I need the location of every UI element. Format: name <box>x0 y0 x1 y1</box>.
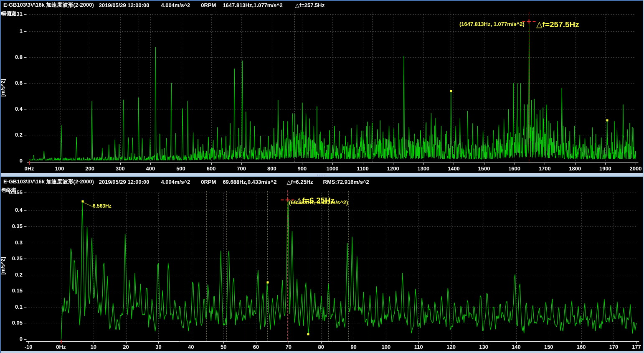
rpm-value: 0RPM <box>201 179 216 185</box>
x-tick-label: 700 <box>230 165 253 172</box>
x-tick-label: 40 <box>179 344 203 350</box>
y-tick-label: 0.8 <box>0 54 23 60</box>
x-tick-label: 90 <box>342 344 365 350</box>
top-chart-header: E-GB103\3V\16k 加速度波形(2-2000) 2019/05/29 … <box>3 1 325 9</box>
x-tick-label: 600 <box>200 165 223 172</box>
x-tick-label: 400 <box>139 165 162 172</box>
x-tick-label: 100 <box>48 165 71 172</box>
x-tick-label: 150 <box>537 344 560 350</box>
y-tick-label: 0.3 <box>0 239 23 246</box>
y-tick-label: 0.35 <box>0 223 23 229</box>
app-window: E-GB103\3V\16k 加速度波形(2-2000) 2019/05/29 … <box>0 0 644 353</box>
delta-f-readout: △f=257.5Hz <box>295 2 325 8</box>
splitter-handle-dots <box>317 175 318 175</box>
overall-amplitude: 4.004m/s^2 <box>161 179 190 185</box>
x-tick-label: 200 <box>78 165 101 172</box>
x-tick-label: 80 <box>309 344 333 350</box>
x-tick-label: 50 <box>212 344 235 350</box>
x-tick-label: 30 <box>147 344 170 350</box>
x-tick-label: 800 <box>260 165 284 172</box>
x-tick-label: 900 <box>290 165 314 172</box>
x-tick-label: 110 <box>407 344 430 350</box>
y-tick-label: 0.4 <box>0 106 23 112</box>
y-tick-label: 0 <box>0 157 23 164</box>
x-tick-label: 1500 <box>472 165 496 172</box>
overall-amplitude: 4.004m/s^2 <box>161 2 190 8</box>
y-tick-label: 0.4 <box>0 207 23 213</box>
x-tick-label: 140 <box>505 344 528 350</box>
y-tick-label: 1 <box>0 28 23 34</box>
y-tick-label: 0.455 <box>0 189 23 196</box>
window-left-edge <box>0 0 1 353</box>
x-tick-label: 1200 <box>381 165 405 172</box>
bottom-chart-header: E-GB103\3V\16k 加速度波形(2-2000) 2019/05/29 … <box>3 178 369 186</box>
x-tick-label: 0Hz <box>49 344 73 350</box>
top-cursor-annotation: (1647.813Hz, 1.077m/s^2) <box>459 21 525 27</box>
x-tick-label: 300 <box>109 165 132 172</box>
x-tick-label: -10 <box>17 344 40 350</box>
x-tick-label: 20 <box>114 344 138 350</box>
cursor-readout: 69.688Hz,0.433m/s^2 <box>223 179 276 185</box>
bottom-y-axis-unit: [m/s^2] <box>0 244 7 287</box>
y-tick-label: 0.05 <box>0 320 23 326</box>
x-tick-label: 70 <box>277 344 300 350</box>
bottom-resize-strip <box>0 351 644 353</box>
x-tick-label: 2000 <box>624 165 644 172</box>
channel-title: E-GB103\3V\16k 加速度波形(2-2000) <box>3 1 94 9</box>
y-tick-label: 0.1 <box>0 304 23 310</box>
x-tick-label: 1100 <box>351 165 375 172</box>
peak-frequency-label: 6.563Hz <box>93 203 112 209</box>
x-tick-label: 120 <box>439 344 463 350</box>
timestamp: 2019/05/29 12:00:00 <box>99 2 150 8</box>
channel-title: E-GB103\3V\16k 加速度波形(2-2000) <box>3 178 94 185</box>
rpm-value: 0RPM <box>201 2 216 8</box>
x-tick-label: 1400 <box>442 165 465 172</box>
x-tick-label: 500 <box>169 165 193 172</box>
top-delta-f-annotation: △f=257.5Hz <box>536 20 579 29</box>
x-tick-label: 1800 <box>563 165 587 172</box>
chart-splitter[interactable] <box>0 173 644 177</box>
rms-readout: RMS:72.916m/s^2 <box>323 179 369 185</box>
top-y-axis-unit: [m/s^2] <box>0 66 7 109</box>
bottom-cursor-annotation: (69.688Hz, 0.433m/s^2) <box>289 199 348 206</box>
x-tick-label: 1900 <box>593 165 617 172</box>
x-tick-label: 177 <box>625 344 644 350</box>
cursor-readout: 1647.813Hz,1.077m/s^2 <box>223 2 282 8</box>
x-tick-label: 1000 <box>321 165 344 172</box>
y-tick-label: 0.6 <box>0 80 23 86</box>
x-tick-label: 130 <box>472 344 495 350</box>
x-tick-label: 0Hz <box>18 165 41 172</box>
x-tick-label: 1700 <box>533 165 556 172</box>
y-tick-label: 0.2 <box>0 272 23 278</box>
x-tick-label: 10 <box>82 344 105 350</box>
delta-f-readout: △f=6.25Hz <box>287 179 313 185</box>
window-top-edge <box>0 0 644 1</box>
x-tick-label: 60 <box>244 344 268 350</box>
y-tick-label: 0.15 <box>0 287 23 294</box>
y-tick-label: 1.131 <box>0 11 23 17</box>
timestamp: 2019/05/29 12:00:00 <box>99 179 150 185</box>
y-tick-label: 0 <box>0 336 23 342</box>
y-tick-label: 0.2 <box>0 132 23 138</box>
x-tick-label: 100 <box>374 344 398 350</box>
y-tick-label: 0.25 <box>0 255 23 262</box>
x-tick-label: 160 <box>570 344 593 350</box>
x-tick-label: 170 <box>602 344 625 350</box>
x-tick-label: 1300 <box>412 165 435 172</box>
x-tick-label: 1600 <box>503 165 526 172</box>
